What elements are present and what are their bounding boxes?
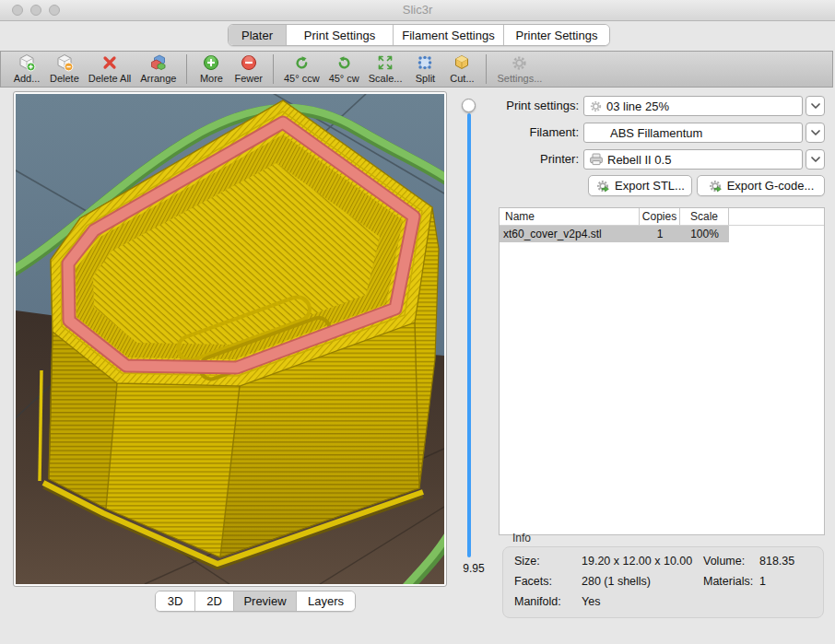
- export-gcode-button[interactable]: Export G-code...: [697, 175, 825, 196]
- layer-slider-value: 9.95: [450, 562, 498, 575]
- main-tab-bar: Plater Print Settings Filament Settings …: [228, 24, 610, 46]
- view-tab-3d[interactable]: 3D: [156, 591, 194, 611]
- print-settings-label: Print settings:: [498, 96, 579, 116]
- view-mode-tab-bar: 3D 2D Preview Layers: [155, 591, 356, 612]
- rotate-cw-button[interactable]: 45° cw: [329, 53, 359, 84]
- facets-label: Facets:: [514, 575, 552, 588]
- column-header-copies[interactable]: Copies: [640, 208, 680, 225]
- column-header-name[interactable]: Name: [500, 208, 640, 225]
- info-group-title: Info: [512, 532, 531, 544]
- toolbar-separator: [486, 54, 487, 84]
- gear-icon: [589, 100, 603, 113]
- filament-label: Filament:: [498, 123, 579, 143]
- volume-value: 818.35: [759, 555, 794, 568]
- export-gear-icon: [595, 179, 610, 193]
- more-button[interactable]: More: [197, 53, 225, 84]
- viewport-3d-scene[interactable]: [16, 94, 444, 584]
- rotate-ccw-button[interactable]: 45° ccw: [284, 53, 320, 84]
- filament-combo[interactable]: ABS Fillamentum: [583, 123, 803, 143]
- chevron-down-icon: [810, 102, 821, 110]
- view-tab-layers[interactable]: Layers: [296, 591, 355, 611]
- rotate-cw-icon: [335, 53, 353, 72]
- export-gear-icon: [708, 179, 723, 193]
- toolbar-separator: [273, 54, 274, 84]
- facets-value: 280 (1 shells): [582, 575, 651, 588]
- printer-icon: [589, 153, 604, 166]
- materials-value: 1: [759, 575, 766, 588]
- settings-gear-icon: [511, 53, 528, 72]
- info-box: Size: 19.20 x 12.00 x 10.00 Volume: 818.…: [502, 546, 824, 618]
- print-settings-dropdown-button[interactable]: [806, 96, 825, 116]
- settings-button[interactable]: Settings...: [497, 53, 542, 84]
- scale-button[interactable]: Scale...: [369, 53, 403, 84]
- delete-all-button[interactable]: Delete All: [88, 53, 131, 84]
- cut-icon: [453, 53, 471, 72]
- print-settings-combo[interactable]: 03 line 25%: [583, 96, 803, 116]
- view-tab-preview[interactable]: Preview: [233, 591, 296, 611]
- chevron-down-icon: [810, 129, 821, 136]
- tab-plater[interactable]: Plater: [229, 25, 286, 45]
- size-label: Size:: [514, 555, 540, 568]
- cell-name: xt60_cover_v2p4.stl: [500, 226, 640, 242]
- printer-label: Printer:: [498, 149, 579, 170]
- printer-dropdown-button[interactable]: [806, 149, 825, 170]
- table-row[interactable]: xt60_cover_v2p4.stl 1 100%: [500, 226, 729, 242]
- cell-scale: 100%: [680, 226, 729, 242]
- fewer-copies-icon: [241, 53, 257, 72]
- title-bar: Slic3r: [0, 0, 835, 21]
- materials-label: Materials:: [703, 575, 753, 588]
- cell-copies: 1: [640, 226, 680, 242]
- layer-slider-zone: 9.95: [450, 91, 498, 589]
- delete-button[interactable]: Delete: [50, 53, 79, 84]
- model-list: Name Copies Scale xt60_cover_v2p4.stl 1 …: [499, 207, 825, 535]
- plater-toolbar: Add... Delete Delete All Arrange: [0, 51, 833, 88]
- model-list-header: Name Copies Scale: [500, 208, 824, 226]
- split-button[interactable]: Split: [411, 53, 439, 84]
- chevron-down-icon: [810, 156, 821, 163]
- tab-filament-settings[interactable]: Filament Settings: [393, 25, 503, 45]
- manifold-label: Manifold:: [514, 595, 561, 608]
- rotate-ccw-icon: [293, 53, 311, 72]
- viewport-frame: [13, 91, 447, 587]
- scale-icon: [376, 53, 394, 72]
- add-button[interactable]: Add...: [13, 53, 41, 84]
- cut-button[interactable]: Cut...: [448, 53, 476, 84]
- split-icon: [416, 53, 434, 72]
- filament-dropdown-button[interactable]: [806, 123, 825, 143]
- view-tab-2d[interactable]: 2D: [194, 591, 233, 611]
- arrange-icon: [149, 53, 168, 72]
- tab-print-settings[interactable]: Print Settings: [286, 25, 393, 45]
- tab-printer-settings[interactable]: Printer Settings: [503, 25, 609, 45]
- column-header-scale[interactable]: Scale: [680, 208, 729, 225]
- manifold-value: Yes: [582, 595, 600, 608]
- size-value: 19.20 x 12.00 x 10.00: [582, 555, 692, 568]
- window-title: Slic3r: [0, 3, 835, 17]
- export-stl-button[interactable]: Export STL...: [588, 175, 692, 196]
- delete-object-icon: [55, 53, 74, 72]
- layer-slider-handle[interactable]: [462, 99, 476, 112]
- printer-combo[interactable]: Rebell II 0.5: [583, 149, 803, 170]
- toolbar-separator: [186, 54, 187, 84]
- volume-label: Volume:: [703, 555, 745, 568]
- arrange-button[interactable]: Arrange: [140, 53, 176, 84]
- delete-all-icon: [100, 53, 119, 72]
- layer-slider-track[interactable]: [467, 113, 471, 557]
- fewer-button[interactable]: Fewer: [234, 53, 263, 84]
- more-copies-icon: [203, 53, 219, 72]
- add-object-icon: [18, 53, 36, 72]
